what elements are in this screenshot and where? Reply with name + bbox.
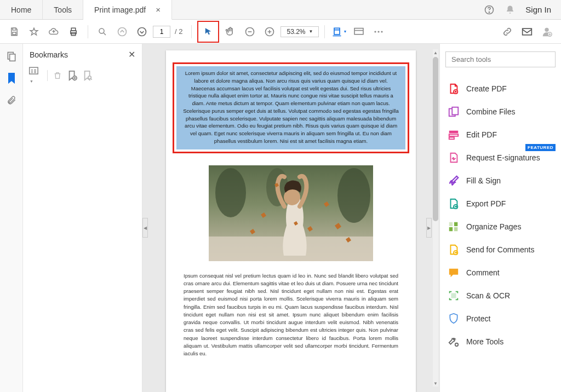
bookmarks-title: Bookmarks [30, 50, 68, 59]
tool-icon [448, 336, 460, 348]
tool-item-organize-pages[interactable]: Organize Pages [445, 215, 556, 238]
print-icon[interactable] [65, 23, 82, 41]
close-icon[interactable]: × [156, 5, 161, 14]
tool-item-combine-files[interactable]: Combine Files [445, 100, 556, 123]
tool-label: Combine Files [466, 107, 515, 116]
svg-point-1 [489, 11, 490, 12]
svg-rect-38 [449, 222, 453, 226]
link-icon[interactable] [499, 23, 516, 41]
close-panel-icon[interactable]: ✕ [128, 49, 135, 60]
svg-rect-36 [449, 137, 454, 140]
svg-rect-33 [452, 107, 458, 115]
tool-icon [448, 267, 460, 279]
attachments-icon[interactable] [4, 93, 19, 107]
page-down-icon[interactable] [133, 23, 151, 41]
svg-rect-41 [454, 227, 457, 231]
tool-label: Create PDF [466, 84, 507, 93]
tool-item-protect[interactable]: Protect [445, 307, 556, 330]
svg-rect-21 [9, 54, 15, 61]
tool-icon [448, 244, 460, 256]
tool-item-send-for-comments[interactable]: Send for Comments [445, 238, 556, 261]
tool-label: Comment [466, 268, 500, 277]
page-number-input[interactable] [153, 26, 170, 38]
tool-label: Export PDF [466, 199, 506, 208]
tool-icon [448, 152, 460, 164]
left-rail [0, 44, 23, 392]
featured-badge: FEATURED [525, 144, 556, 151]
tool-icon [448, 83, 460, 95]
mail-icon[interactable] [518, 23, 536, 41]
tool-label: Edit PDF [466, 130, 497, 139]
selected-paragraph[interactable]: Lorem ipsum dolor sit amet, consectetur … [176, 66, 405, 149]
zoom-in-icon[interactable] [261, 23, 278, 41]
sign-in-link[interactable]: Sign In [525, 5, 551, 14]
account-icon[interactable] [538, 23, 556, 41]
thumbnails-icon[interactable] [4, 49, 19, 64]
svg-rect-40 [449, 227, 453, 231]
scroll-down-arrow[interactable]: ▼ [433, 380, 438, 387]
svg-point-8 [118, 27, 127, 36]
zoom-out-icon[interactable] [241, 23, 259, 41]
document-image [209, 165, 373, 261]
tool-icon [448, 175, 460, 187]
svg-point-7 [99, 28, 104, 33]
document-viewport[interactable]: ◀ Lorem ipsum dolor sit amet, consectetu… [142, 44, 439, 392]
star-icon[interactable] [25, 23, 43, 41]
hand-tool-icon[interactable] [221, 23, 239, 41]
collapse-right-handle[interactable]: ▶ [426, 218, 432, 238]
tab-home[interactable]: Home [0, 0, 43, 19]
scrollbar-thumb[interactable] [433, 57, 438, 221]
body-paragraph[interactable]: Ipsum consequat nisl vel pretium lectus … [184, 272, 398, 358]
tool-item-export-pdf[interactable]: Export PDF [445, 192, 556, 215]
tool-item-more-tools[interactable]: More Tools [445, 330, 556, 353]
tool-item-comment[interactable]: Comment [445, 261, 556, 284]
tool-icon [448, 221, 460, 233]
chevron-down-icon: ▼ [309, 29, 313, 34]
bookmarks-icon[interactable] [4, 71, 19, 85]
zoom-level-select[interactable]: 53.2%▼ [280, 26, 319, 37]
tool-label: Scan & OCR [466, 291, 510, 300]
vertical-scrollbar[interactable]: ▲ ▼ [433, 49, 438, 387]
cloud-upload-icon[interactable] [45, 23, 62, 41]
collapse-left-handle[interactable]: ◀ [142, 218, 148, 238]
svg-rect-3 [13, 32, 16, 34]
find-bookmark-icon[interactable] [83, 70, 93, 81]
tool-item-edit-pdf[interactable]: Edit PDF [445, 123, 556, 146]
tab-document[interactable]: Print image.pdf × [83, 0, 172, 20]
selection-tool-button[interactable] [197, 21, 219, 43]
search-icon[interactable] [94, 23, 111, 41]
svg-point-16 [381, 31, 383, 32]
svg-rect-39 [454, 222, 457, 226]
tool-item-create-pdf[interactable]: Create PDF [445, 77, 556, 100]
tool-label: Fill & Sign [466, 176, 501, 185]
search-tools-input[interactable] [445, 51, 556, 67]
page-display-icon[interactable] [350, 23, 368, 41]
scroll-up-arrow[interactable]: ▲ [433, 49, 438, 56]
page-total: / 2 [175, 27, 182, 36]
bookmark-options-icon[interactable]: ▼ [28, 66, 42, 84]
tab-tools[interactable]: Tools [43, 0, 83, 19]
svg-point-44 [455, 343, 459, 347]
tool-icon [448, 313, 460, 325]
delete-bookmark-icon[interactable] [53, 71, 62, 80]
bell-icon[interactable] [505, 4, 516, 15]
zoom-value: 53.2% [287, 28, 305, 36]
tools-panel: Create PDFCombine FilesEdit PDFRequest E… [439, 44, 561, 392]
save-icon[interactable] [5, 23, 23, 41]
tool-item-fill-sign[interactable]: Fill & Sign [445, 169, 556, 192]
tab-bar: Home Tools Print image.pdf × Sign In [0, 0, 561, 20]
svg-rect-34 [449, 131, 459, 134]
add-bookmark-icon[interactable] [67, 70, 77, 81]
toolbar: / 2 53.2%▼ ▼ [0, 20, 561, 44]
tool-item-scan-ocr[interactable]: Scan & OCR [445, 284, 556, 307]
fit-width-icon[interactable]: ▼ [330, 23, 348, 41]
tool-item-request-e-signatures[interactable]: Request E-signaturesFEATURED [445, 146, 556, 169]
tool-label: Organize Pages [466, 222, 521, 231]
page-up-icon[interactable] [113, 23, 131, 41]
tab-label: Print image.pdf [94, 5, 146, 14]
help-icon[interactable] [484, 4, 495, 15]
svg-point-28 [337, 168, 370, 223]
more-tools-icon[interactable] [370, 23, 387, 41]
bookmarks-panel: Bookmarks ✕ ▼ [23, 44, 142, 392]
svg-rect-5 [71, 28, 76, 31]
